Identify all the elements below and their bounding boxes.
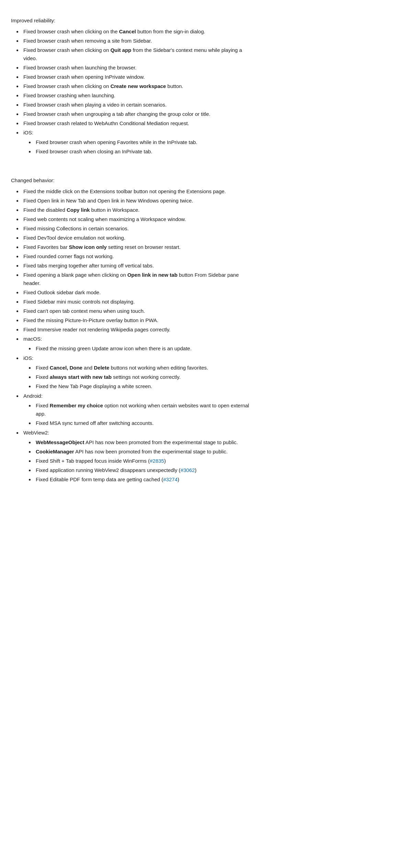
list-item: Fixed Shift + Tab trapped focus inside W… — [34, 457, 250, 465]
section-title: Changed behavior: — [11, 176, 250, 185]
item-text: Fixed the middle click on the Extensions… — [23, 188, 226, 194]
list-item: Fixed opening a blank page when clicking… — [22, 271, 250, 287]
bold-text: Cancel, Done — [50, 365, 82, 371]
subsection-label: Android: — [23, 393, 43, 399]
bold-text: Cancel — [119, 29, 136, 34]
list-item: Fixed application running WebView2 disap… — [34, 466, 250, 474]
item-text: Fixed Sidebar mini music controls not di… — [23, 299, 135, 305]
subsection-label: macOS: — [23, 336, 42, 342]
bold-text: Copy link — [67, 207, 90, 213]
list-item: Fixed the missing Picture-In-Picture ove… — [22, 316, 250, 325]
list-item: Fixed browser crash related to WebAuthn … — [22, 119, 250, 128]
list-item: Fixed browser crash when clicking on Qui… — [22, 46, 250, 63]
bold-text: Open link in new tab — [127, 272, 178, 278]
item-text: Fixed browser crash when removing a site… — [23, 38, 152, 44]
item-text: Fixed browser crashing when launching. — [23, 92, 115, 98]
section-list: Fixed the middle click on the Extensions… — [11, 187, 250, 484]
section-list: Fixed browser crash when clicking on the… — [11, 28, 250, 156]
nested-list: Fixed Remember my choice option not work… — [23, 402, 250, 427]
item-text: Fixed the New Tab Page displaying a whit… — [36, 383, 152, 389]
list-item: Fixed web contents not scaling when maxi… — [22, 215, 250, 223]
subsection-label: WebView2: — [23, 430, 49, 436]
list-item: Fixed Sidebar mini music controls not di… — [22, 298, 250, 306]
section-title: Improved reliability: — [11, 17, 250, 25]
bold-text: WebMessageObject — [36, 439, 84, 445]
list-item: Fixed browser crashing when launching. — [22, 91, 250, 100]
list-item: iOS:Fixed Cancel, Done and Delete button… — [22, 354, 250, 391]
nested-list: Fixed Cancel, Done and Delete buttons no… — [23, 364, 250, 391]
list-item: Fixed browser crash when opening Favorit… — [34, 138, 250, 146]
item-text: Fixed the missing Picture-In-Picture ove… — [23, 317, 158, 323]
list-item: Fixed Open link in New Tab and Open link… — [22, 197, 250, 205]
list-item: Fixed browser crash when launching the b… — [22, 64, 250, 72]
list-item: Fixed MSA sync turned off after switchin… — [34, 419, 250, 427]
section-spacer — [11, 157, 250, 168]
item-text: Fixed browser crash related to WebAuthn … — [23, 120, 189, 126]
list-item: iOS:Fixed browser crash when opening Fav… — [22, 129, 250, 156]
item-text: Fixed Immersive reader not rendering Wik… — [23, 327, 170, 332]
issue-link[interactable]: #3062 — [180, 467, 195, 473]
issue-link[interactable]: #2835 — [150, 458, 164, 464]
nested-list: Fixed the missing green Update arrow ico… — [23, 344, 250, 353]
item-text: Fixed browser crash when opening InPriva… — [23, 74, 145, 80]
list-item: Fixed the disabled Copy link button in W… — [22, 206, 250, 214]
list-item: Fixed Remember my choice option not work… — [34, 402, 250, 418]
list-item: Fixed browser crash when removing a site… — [22, 37, 250, 45]
list-item: Fixed tabs merging together after turnin… — [22, 262, 250, 270]
list-item: Fixed Editable PDF form temp data are ge… — [34, 475, 250, 484]
list-item: Fixed Cancel, Done and Delete buttons no… — [34, 364, 250, 372]
item-text: Fixed browser crash when opening Favorit… — [36, 139, 197, 145]
item-text: Fixed rounded corner flags not working. — [23, 253, 114, 259]
list-item: WebMessageObject API has now been promot… — [34, 438, 250, 447]
release-notes: Improved reliability:Fixed browser crash… — [11, 17, 250, 484]
list-item: Fixed rounded corner flags not working. — [22, 252, 250, 261]
list-item: Fixed the missing green Update arrow ico… — [34, 344, 250, 353]
list-item: macOS:Fixed the missing green Update arr… — [22, 335, 250, 353]
bold-text: Remember my choice — [50, 403, 103, 408]
list-item: Fixed Outlook sidebar dark mode. — [22, 288, 250, 297]
bold-text: Quit app — [110, 47, 131, 53]
bold-text: Create new workspace — [110, 83, 166, 89]
bold-text: Delete — [94, 365, 109, 371]
list-item: Fixed Immersive reader not rendering Wik… — [22, 326, 250, 334]
list-item: Fixed the New Tab Page displaying a whit… — [34, 382, 250, 391]
issue-link[interactable]: #3274 — [163, 476, 178, 482]
list-item: Fixed browser crash when ungrouping a ta… — [22, 110, 250, 118]
subsection-label: iOS: — [23, 355, 33, 361]
list-item: Fixed browser crash when closing an InPr… — [34, 147, 250, 156]
list-item: CookieManager API has now been promoted … — [34, 448, 250, 456]
item-text: Fixed the missing green Update arrow ico… — [36, 345, 192, 351]
list-item: Fixed browser crash when playing a video… — [22, 101, 250, 109]
list-item: WebView2:WebMessageObject API has now be… — [22, 429, 250, 484]
bold-text: CookieManager — [36, 449, 74, 454]
item-text: Fixed Open link in New Tab and Open link… — [23, 198, 193, 204]
item-text: Fixed DevTool device emulation not worki… — [23, 235, 125, 241]
item-text: Fixed browser crash when ungrouping a ta… — [23, 111, 210, 117]
list-item: Fixed Favorites bar Show icon only setti… — [22, 243, 250, 251]
item-text: Fixed MSA sync turned off after switchin… — [36, 420, 154, 426]
list-item: Fixed always start with new tab settings… — [34, 373, 250, 381]
list-item: Fixed browser crash when clicking on Cre… — [22, 82, 250, 90]
item-text: Fixed browser crash when playing a video… — [23, 102, 167, 108]
bold-text: always start with new tab — [50, 374, 112, 380]
item-text: Fixed tabs merging together after turnin… — [23, 263, 154, 268]
list-item: Fixed can't open tab context menu when u… — [22, 307, 250, 315]
nested-list: WebMessageObject API has now been promot… — [23, 438, 250, 484]
item-text: Fixed web contents not scaling when maxi… — [23, 216, 186, 222]
item-text: Fixed Outlook sidebar dark mode. — [23, 289, 101, 295]
item-text: Fixed browser crash when launching the b… — [23, 65, 136, 70]
list-item: Fixed missing Collections in certain sce… — [22, 224, 250, 233]
list-item: Android:Fixed Remember my choice option … — [22, 392, 250, 427]
item-text: Fixed can't open tab context menu when u… — [23, 308, 145, 314]
list-item: Fixed DevTool device emulation not worki… — [22, 234, 250, 242]
bold-text: Show icon only — [69, 244, 107, 250]
list-item: Fixed browser crash when opening InPriva… — [22, 73, 250, 81]
item-text: Fixed browser crash when closing an InPr… — [36, 149, 152, 154]
subsection-label: iOS: — [23, 130, 33, 135]
item-text: Fixed missing Collections in certain sce… — [23, 226, 129, 231]
nested-list: Fixed browser crash when opening Favorit… — [23, 138, 250, 156]
list-item: Fixed the middle click on the Extensions… — [22, 187, 250, 196]
list-item: Fixed browser crash when clicking on the… — [22, 28, 250, 36]
